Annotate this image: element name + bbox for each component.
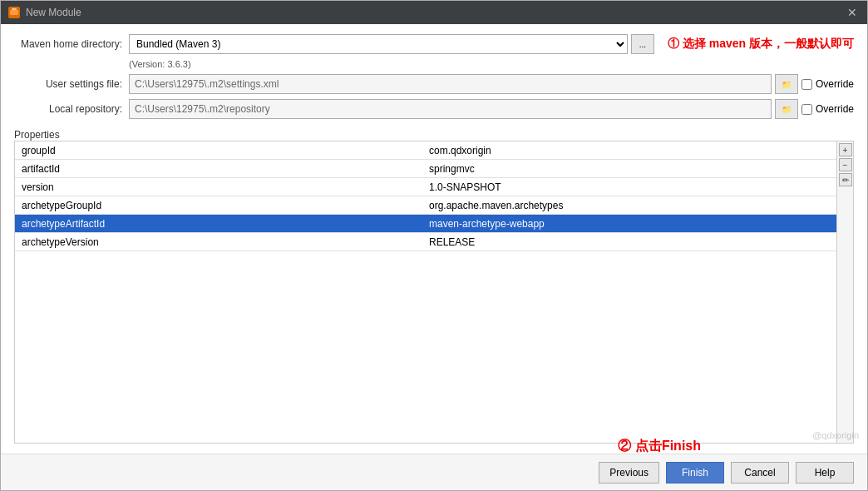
titlebar-title: New Module (26, 7, 81, 18)
table-row[interactable]: archetypeGroupIdorg.apache.maven.archety… (15, 196, 853, 215)
prop-value: RELEASE (422, 236, 853, 248)
titlebar: New Module ✕ (1, 1, 867, 24)
folder-icon: 📁 (782, 80, 792, 89)
prop-value: springmvc (422, 163, 853, 175)
local-repo-override-checkbox[interactable] (801, 104, 812, 115)
table-row[interactable]: archetypeVersionRELEASE (15, 233, 853, 251)
titlebar-left: New Module (7, 6, 81, 19)
user-settings-row: User settings file: 📁 Override (14, 74, 854, 94)
add-property-btn[interactable]: + (839, 143, 852, 156)
user-settings-override-label: Override (801, 78, 854, 90)
local-repo-input-area: 📁 Override (129, 99, 854, 119)
table-sidebar: + − ✏ (836, 141, 853, 443)
table-row[interactable]: artifactIdspringmvc (15, 160, 853, 178)
close-button[interactable]: ✕ (844, 4, 861, 21)
help-button[interactable]: Help (796, 462, 854, 484)
prop-value: 1.0-SNAPSHOT (422, 181, 853, 193)
table-row[interactable]: groupIdcom.qdxorigin (15, 141, 853, 160)
prop-key: archetypeArtifactId (15, 218, 422, 230)
local-repo-override-label: Override (801, 103, 854, 115)
footer: Previous Finish Cancel Help (1, 454, 867, 490)
maven-home-row: Maven home directory: Bundled (Maven 3) … (14, 34, 854, 54)
properties-section: Properties groupIdcom.qdxoriginartifactI… (14, 126, 854, 444)
user-settings-override-text: Override (816, 78, 854, 90)
previous-button[interactable]: Previous (599, 462, 659, 484)
new-module-dialog: New Module ✕ Maven home directory: Bundl… (0, 0, 868, 491)
local-repo-row: Local repository: 📁 Override (14, 99, 854, 119)
maven-version-text: (Version: 3.6.3) (129, 59, 854, 69)
finish-button[interactable]: Finish (666, 462, 724, 484)
prop-key: artifactId (15, 163, 422, 175)
prop-key: version (15, 181, 422, 193)
prop-value: com.qdxorigin (422, 145, 853, 156)
svg-rect-1 (10, 10, 18, 15)
user-settings-input-area: 📁 Override (129, 74, 854, 94)
svg-rect-2 (12, 8, 17, 10)
remove-property-btn[interactable]: − (839, 158, 852, 171)
maven-home-label: Maven home directory: (14, 38, 122, 50)
folder-icon-2: 📁 (782, 105, 792, 114)
local-repo-browse-btn[interactable]: 📁 (775, 99, 798, 119)
prop-key: groupId (15, 145, 422, 156)
edit-icon: ✏ (842, 176, 849, 185)
maven-home-select[interactable]: Bundled (Maven 3) (129, 34, 628, 54)
prop-key: archetypeGroupId (15, 200, 422, 211)
local-repo-label: Local repository: (14, 103, 122, 115)
edit-property-btn[interactable]: ✏ (839, 173, 852, 186)
maven-annotation: ① 选择 maven 版本，一般默认即可 (668, 37, 854, 52)
table-row[interactable]: version1.0-SNAPSHOT (15, 178, 853, 196)
table-row[interactable]: archetypeArtifactIdmaven-archetype-webap… (15, 215, 853, 233)
user-settings-label: User settings file: (14, 78, 122, 90)
maven-home-browse-btn[interactable]: ... (631, 34, 654, 54)
prop-value: maven-archetype-webapp (422, 218, 853, 230)
module-icon (7, 6, 21, 19)
maven-home-input-area: Bundled (Maven 3) ... (129, 34, 654, 54)
prop-value: org.apache.maven.archetypes (422, 200, 853, 211)
dialog-content: Maven home directory: Bundled (Maven 3) … (1, 24, 867, 454)
watermark: @qdxorigin (812, 430, 859, 440)
properties-title: Properties (14, 129, 854, 141)
local-repo-input[interactable] (129, 99, 772, 119)
prop-key: archetypeVersion (15, 236, 422, 248)
local-repo-override-text: Override (816, 103, 854, 115)
user-settings-override-checkbox[interactable] (801, 79, 812, 90)
user-settings-browse-btn[interactable]: 📁 (775, 74, 798, 94)
finish-annotation: ② 点击Finish (618, 438, 701, 455)
user-settings-input[interactable] (129, 74, 772, 94)
cancel-button[interactable]: Cancel (731, 462, 789, 484)
properties-table: groupIdcom.qdxoriginartifactIdspringmvcv… (14, 141, 854, 444)
